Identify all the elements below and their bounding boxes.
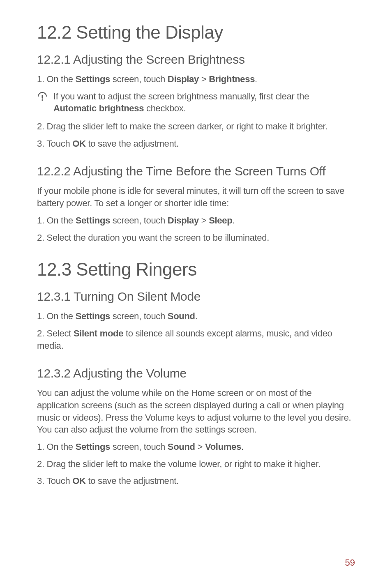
bold-ok: OK (72, 476, 85, 486)
caution-icon (37, 91, 48, 104)
bold-settings: Settings (76, 215, 110, 226)
text-fragment: to save the adjustment. (86, 476, 179, 486)
text-fragment: screen, touch (110, 215, 168, 226)
bold-settings: Settings (76, 311, 110, 321)
intro-12-2-2: If your mobile phone is idle for several… (37, 185, 355, 209)
heading-12-3-2: 12.3.2 Adjusting the Volume (37, 366, 355, 380)
step-12-3-2-1: 1. On the Settings screen, touch Sound >… (37, 441, 355, 453)
text-fragment: . (232, 215, 235, 226)
bold-sleep: Sleep (209, 215, 232, 226)
bold-sound: Sound (168, 442, 195, 452)
bold-brightness: Brightness (209, 74, 255, 84)
text-fragment: > (199, 74, 209, 84)
text-fragment: screen, touch (110, 311, 168, 321)
bold-ok: OK (72, 138, 85, 149)
step-12-2-1-1: 1. On the Settings screen, touch Display… (37, 73, 355, 85)
bold-volumes: Volumes (205, 442, 241, 452)
heading-12-2-2: 12.2.2 Adjusting the Time Before the Scr… (37, 164, 355, 178)
svg-rect-0 (42, 95, 43, 99)
text-fragment: 1. On the (37, 442, 76, 452)
text-fragment: . (241, 442, 244, 452)
heading-12-2-1: 12.2.1 Adjusting the Screen Brightness (37, 53, 355, 67)
manual-page: 12.2 Setting the Display 12.2.1 Adjustin… (0, 0, 392, 587)
bold-automatic-brightness: Automatic brightness (53, 103, 144, 113)
bold-display: Display (168, 74, 199, 84)
step-12-2-1-3: 3. Touch OK to save the adjustment. (37, 138, 355, 150)
text-fragment: checkbox. (144, 103, 186, 113)
bold-sound: Sound (168, 311, 195, 321)
step-12-2-1-2: 2. Drag the slider left to make the scre… (37, 120, 355, 133)
page-number: 59 (345, 557, 355, 568)
text-fragment: 3. Touch (37, 476, 72, 486)
svg-point-1 (42, 99, 43, 101)
bold-settings: Settings (76, 442, 110, 452)
heading-12-3: 12.3 Setting Ringers (37, 259, 355, 280)
text-fragment: > (195, 442, 205, 452)
text-fragment: screen, touch (110, 442, 168, 452)
intro-12-3-2: You can adjust the volume while on the H… (37, 387, 355, 436)
text-fragment: 1. On the (37, 311, 76, 321)
step-12-3-1-1: 1. On the Settings screen, touch Sound. (37, 310, 355, 322)
note-text: If you want to adjust the screen brightn… (53, 90, 355, 115)
text-fragment: . (195, 311, 198, 321)
text-fragment: 1. On the (37, 215, 76, 226)
bold-display: Display (168, 215, 199, 226)
text-fragment: to save the adjustment. (86, 138, 179, 149)
text-fragment: screen, touch (110, 74, 168, 84)
text-fragment: If you want to adjust the screen brightn… (53, 91, 309, 101)
step-12-2-2-2: 2. Select the duration you want the scre… (37, 232, 355, 244)
text-fragment: > (199, 215, 209, 226)
text-fragment: 2. Select (37, 328, 74, 338)
step-12-3-1-2: 2. Select Silent mode to silence all sou… (37, 327, 355, 352)
step-12-3-2-3: 3. Touch OK to save the adjustment. (37, 475, 355, 487)
text-fragment: 3. Touch (37, 138, 72, 149)
step-12-3-2-2: 2. Drag the slider left to make the volu… (37, 458, 355, 470)
bold-silent-mode: Silent mode (74, 328, 123, 338)
note-block: If you want to adjust the screen brightn… (37, 90, 355, 115)
text-fragment: . (255, 74, 257, 84)
heading-12-3-1: 12.3.1 Turning On Silent Mode (37, 290, 355, 304)
heading-12-2: 12.2 Setting the Display (37, 22, 355, 43)
bold-settings: Settings (76, 74, 110, 84)
text-fragment: 1. On the (37, 74, 76, 84)
step-12-2-2-1: 1. On the Settings screen, touch Display… (37, 214, 355, 227)
